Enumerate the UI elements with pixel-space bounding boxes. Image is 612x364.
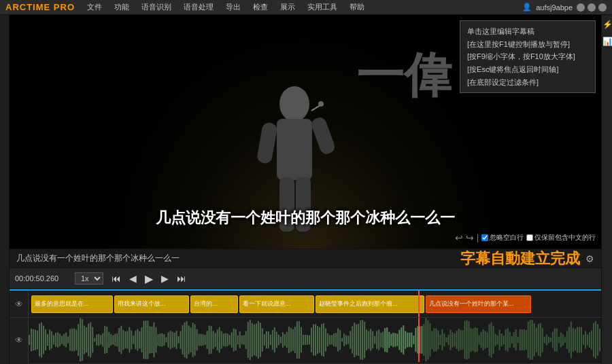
redo-icon[interactable]: ↪ — [466, 232, 474, 243]
instruction-line5: [在底部设定过滤条件] — [467, 76, 588, 89]
next-frame-button[interactable]: ▶ — [158, 272, 171, 285]
video-bottom-controls: ↩ ↪ | 忽略空白行 仅保留包含中文的行 — [455, 232, 596, 243]
menu-export[interactable]: 导出 — [220, 1, 246, 13]
svg-point-7 — [318, 101, 324, 107]
ignore-blank-checkbox[interactable] — [481, 234, 488, 241]
prev-frame-button[interactable]: ◀ — [126, 272, 139, 285]
subtitle-track: 最多的意思就是在...用我来讲这个故...台湾的...看一下就说愿意...赵晓莹… — [29, 291, 601, 318]
app-logo: ARCTIME PRO — [5, 2, 75, 12]
titlebar: ARCTIME PRO 文件 功能 语音识别 语音处理 导出 检查 展示 实用工… — [0, 0, 612, 15]
username: aufsj9abpe — [536, 3, 573, 12]
menu-speech-recognition[interactable]: 语音识别 — [136, 1, 177, 13]
video-overlay-char: 一偉 — [356, 42, 452, 108]
minimize-button[interactable] — [577, 3, 585, 12]
divider: | — [477, 233, 479, 242]
subtitle-clips: 最多的意思就是在...用我来讲这个故...台湾的...看一下就说愿意...赵晓莹… — [31, 294, 531, 314]
instruction-panel[interactable]: 单击这里编辑字幕稿 [在这里按F1键控制播放与暂停] [按F9缩小字体，按F10… — [460, 20, 596, 93]
auto-complete-notification: 字幕自動建立完成 — [460, 249, 580, 269]
right-icons-panel: ⚡ 📊 — [601, 15, 612, 364]
subtitle-clip-1[interactable]: 用我来讲这个故... — [114, 295, 189, 313]
track-eye-2[interactable]: 👁 — [10, 318, 28, 362]
svg-line-6 — [311, 105, 320, 111]
speed-selector[interactable]: 1x — [75, 272, 103, 285]
logo-arc: ARCTIME — [5, 2, 50, 12]
transport-controls: ⏮ ◀ ▶ ▶ ⏭ — [109, 271, 189, 287]
svg-rect-2 — [256, 122, 278, 164]
undo-icon[interactable]: ↩ — [455, 232, 463, 243]
skip-back-button[interactable]: ⏮ — [109, 272, 124, 285]
menu-tools[interactable]: 实用工具 — [302, 1, 343, 13]
instruction-line3: [按F9缩小字体，按F10放大字体] — [467, 50, 588, 63]
subtitle-clip-3[interactable]: 看一下就说愿意... — [239, 295, 314, 313]
maximize-button[interactable] — [588, 3, 596, 12]
track-eye-1[interactable]: 👁 — [10, 291, 28, 318]
subtitle-clip-2[interactable]: 台湾的... — [190, 295, 238, 313]
subtitle-clip-5[interactable]: 几点说没有一个姓叶的那个某... — [426, 295, 531, 313]
subtitle-clip-4[interactable]: 赵晓莹事件之后跑到那个瘤... — [316, 295, 424, 313]
settings-icon[interactable]: ⚙ — [585, 253, 594, 264]
current-subtitle-text: 几点说没有一个姓叶的那个那个冰种么一么一 — [16, 253, 448, 264]
video-subtitle-overlay: 几点说没有一个姓叶的那个那个冰种么一么一 — [156, 208, 455, 228]
svg-point-0 — [279, 86, 309, 122]
instruction-line1: 单击这里编辑字幕稿 — [467, 25, 588, 38]
menu-help[interactable]: 帮助 — [344, 1, 370, 13]
user-icon: 👤 — [522, 3, 532, 12]
center-panel: 一偉 单击这里编辑字幕稿 [在这里按F1键控制播放与暂停] [按F9缩小字体，按… — [10, 15, 601, 364]
subtitle-bar: 几点说没有一个姓叶的那个那个冰种么一么一 字幕自動建立完成 ⚙ — [10, 249, 601, 268]
subtitle-clip-0[interactable]: 最多的意思就是在... — [31, 295, 113, 313]
menu-bar: 文件 功能 语音识别 语音处理 导出 检查 展示 实用工具 帮助 — [82, 1, 370, 13]
menu-function[interactable]: 功能 — [109, 1, 135, 13]
video-background: 一偉 单击这里编辑字幕稿 [在这里按F1键控制播放与暂停] [按F9缩小字体，按… — [10, 15, 601, 249]
chinese-only-checkbox[interactable] — [526, 234, 533, 241]
skip-forward-button[interactable]: ⏭ — [174, 272, 189, 285]
waveform-area[interactable] — [29, 318, 601, 362]
close-button[interactable] — [598, 3, 607, 12]
waveform-canvas — [29, 318, 601, 362]
chinese-only-label[interactable]: 仅保留包含中文的行 — [526, 233, 596, 242]
svg-rect-3 — [309, 115, 336, 156]
left-sidebar — [0, 15, 10, 364]
titlebar-right: 👤 aufsj9abpe — [522, 3, 607, 12]
menu-speech-processing[interactable]: 语音处理 — [178, 1, 219, 13]
playhead-waveform — [418, 318, 420, 362]
video-area[interactable]: 一偉 单击这里编辑字幕稿 [在这里按F1键控制播放与暂停] [按F9缩小字体，按… — [10, 15, 601, 249]
right-icon-2[interactable]: 📊 — [601, 35, 613, 48]
instruction-line4: [按Esc键将焦点返回时间轴] — [467, 63, 588, 76]
right-icon-1[interactable]: ⚡ — [601, 18, 613, 31]
controls-bar: 00:00:50.260 1x ⏮ ◀ ▶ ▶ ⏭ — [10, 268, 601, 289]
time-display: 00:00:50.260 — [15, 274, 69, 283]
instruction-line2: [在这里按F1键控制播放与暂停] — [467, 38, 588, 51]
timeline-area: 👁 👁 最多的意思就是在...用我来讲这个故...台湾的...看一下就说愿意..… — [10, 289, 601, 364]
play-pause-button[interactable]: ▶ — [142, 271, 156, 287]
track-controls: 👁 👁 — [10, 291, 29, 364]
menu-display[interactable]: 展示 — [275, 1, 301, 13]
window-controls — [577, 3, 607, 12]
logo-pro: PRO — [54, 2, 75, 12]
menu-file[interactable]: 文件 — [82, 1, 107, 13]
svg-rect-1 — [277, 119, 312, 180]
playhead-subtitle — [418, 291, 420, 317]
main-area: 一偉 单击这里编辑字幕稿 [在这里按F1键控制播放与暂停] [按F9缩小字体，按… — [0, 15, 612, 364]
ignore-blank-label[interactable]: 忽略空白行 — [481, 233, 524, 242]
menu-check[interactable]: 检查 — [248, 1, 273, 13]
